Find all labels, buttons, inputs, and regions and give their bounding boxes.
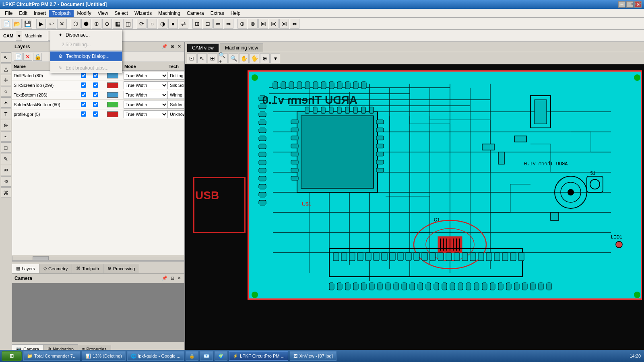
menu-technology[interactable]: ⚙ Technology Dialog... [50,51,122,61]
tool-edit[interactable]: ✎ [1,154,11,164]
tb-btn15[interactable]: ◑ [158,19,167,29]
tb-btn5[interactable]: ↩ [47,19,56,29]
layer-tech-select-3[interactable]: Solder Mask [168,101,184,109]
layers-new[interactable]: 📄 [14,53,23,61]
tb-btn23[interactable]: ⊗ [248,19,258,29]
layer-mode-select-0[interactable]: True Width Hairline [124,72,168,80]
layer-sel-1[interactable] [89,82,101,88]
tab-layers[interactable]: ▤ Layers [12,264,39,273]
taskbar-btn4[interactable]: 🔒 [186,351,198,361]
tb-btn10[interactable]: ⊖ [102,19,112,29]
layer-mode-select-4[interactable]: True Width Hairline [124,110,168,118]
layers-hscroll[interactable] [12,255,184,261]
menu-extras[interactable]: Extras [207,10,227,17]
menu-modify[interactable]: Modify [74,10,94,17]
tool-arrow[interactable]: △ [1,64,11,74]
cam-nav-left[interactable]: ◂ [630,1,633,6]
layer-tech-select-2[interactable]: Wiring [168,91,184,99]
layer-sel-3[interactable] [89,102,101,107]
tb-btn4[interactable]: ▶ [36,19,46,29]
layer-color-3[interactable] [101,102,124,107]
layer-vis-2[interactable] [77,92,89,97]
cam-snap[interactable]: ⊕ [260,53,270,63]
tool-square[interactable]: □ [1,142,11,153]
layers-delete[interactable]: ✕ [23,53,32,61]
taskbar-deleting[interactable]: 📊 13% (Deleting) [82,351,126,361]
menu-edit[interactable]: Edit [16,10,31,17]
tool-text[interactable]: T [1,109,11,119]
tool-circle[interactable]: ○ [1,86,11,97]
menu-wizards[interactable]: Wizards [131,10,155,17]
cam-pan2[interactable]: 🖐 [250,53,259,63]
layer-mode-select-2[interactable]: True Width Hairline [124,91,168,99]
cam-tab-machining[interactable]: Machining view [220,43,263,52]
layer-tech-select-0[interactable]: Drilling [168,72,184,80]
tb-btn24[interactable]: ⋈ [258,19,268,29]
menu-insert[interactable]: Insert [31,10,49,17]
menu-select[interactable]: Select [111,10,131,17]
layer-tech-select-4[interactable]: Unknown [168,110,184,118]
layers-lock[interactable]: 🔒 [33,53,42,61]
taskbar-btn5[interactable]: 📧 [200,351,213,361]
tool-45[interactable]: 45 [1,176,11,187]
tb-btn22[interactable]: ⊕ [237,19,247,29]
tool-move[interactable]: ✛ [1,75,11,85]
taskbar-xnview[interactable]: 🖼 XnView - [07.jpg] [290,351,336,361]
taskbar-lpkf[interactable]: ⚡ LPKF CircuitPro PM ... [229,351,288,361]
layer-color-1[interactable] [101,82,124,88]
tb-btn17[interactable]: ⇄ [179,19,188,29]
menu-dispense[interactable]: ✦ Dispense... [50,30,122,40]
cam-zoom-in[interactable]: 🔍+ [218,53,228,63]
layer-sel-4[interactable] [89,111,101,117]
taskbar-total-commander[interactable]: 📁 Total Commander 7... [23,351,80,361]
save-button[interactable]: 💾 [23,19,32,29]
cam-view[interactable]: ARDU Therm v1.0 [185,64,644,353]
layer-tech-select-1[interactable]: Silk Screen [168,81,184,89]
layer-vis-3[interactable] [77,102,89,107]
tb-btn14[interactable]: ○ [147,19,157,29]
cam-nav-right[interactable]: ▸ [634,1,637,6]
menu-breakout[interactable]: ✎ Edit breakout tabs... [50,63,122,73]
tool-transform[interactable]: ⊕ [1,120,11,130]
layers-float[interactable]: ⊡ [170,44,175,49]
tb-btn27[interactable]: ⇔ [290,19,299,29]
minimize-button[interactable]: ─ [618,1,625,8]
taskbar-btn6[interactable]: 🌍 [215,351,227,361]
menu-view[interactable]: View [95,10,111,17]
tool-90[interactable]: 90 [1,165,11,175]
layer-vis-1[interactable] [77,82,89,88]
tab-toolpath[interactable]: ⌘ Toolpath [72,264,103,273]
tb-btn12[interactable]: ◫ [123,19,133,29]
menu-help[interactable]: Help [227,10,244,17]
layer-vis-0[interactable] [77,73,89,78]
cam-select-box[interactable]: ⊡ [187,53,196,63]
tb-btn8[interactable]: ⬢ [81,19,91,29]
tb-btn18[interactable]: ⊞ [192,19,202,29]
cam-zoom-out[interactable]: 🔍 [229,53,238,63]
menu-camera[interactable]: Camera [184,10,207,17]
tb-btn26[interactable]: ⋊ [279,19,289,29]
tb-btn11[interactable]: ▦ [113,19,122,29]
layer-sel-0[interactable] [89,73,101,78]
tool-wave[interactable]: ~ [1,131,11,142]
cam-zoom-fit[interactable]: ⊞ [208,53,217,63]
layer-color-2[interactable] [101,92,124,98]
camera-float[interactable]: ⊡ [170,276,175,281]
menu-file[interactable]: File [2,10,16,17]
layer-mode-select-1[interactable]: True Width Hairline [124,81,168,89]
tab-processing[interactable]: ⚙ Processing [103,264,139,273]
layers-pin[interactable]: 📌 [161,44,168,49]
tool-select[interactable]: ↖ [1,52,11,63]
layers-close[interactable]: ✕ [177,44,182,49]
menu-toolpath[interactable]: Toolpath [49,10,74,17]
layer-color-4[interactable] [101,111,124,117]
tb-btn25[interactable]: ⋉ [269,19,279,29]
layer-mode-select-3[interactable]: True Width Hairline [124,101,168,109]
tool-star[interactable]: ✶ [1,97,11,108]
menu-machining[interactable]: Machining [155,10,184,17]
cam-snap-dd[interactable]: ▾ [270,53,280,63]
cam-pan[interactable]: ✋ [239,53,249,63]
tb-btn19[interactable]: ⊟ [203,19,213,29]
tb-btn9[interactable]: ⊕ [92,19,101,29]
cam-dd[interactable]: ▾ [16,31,22,41]
